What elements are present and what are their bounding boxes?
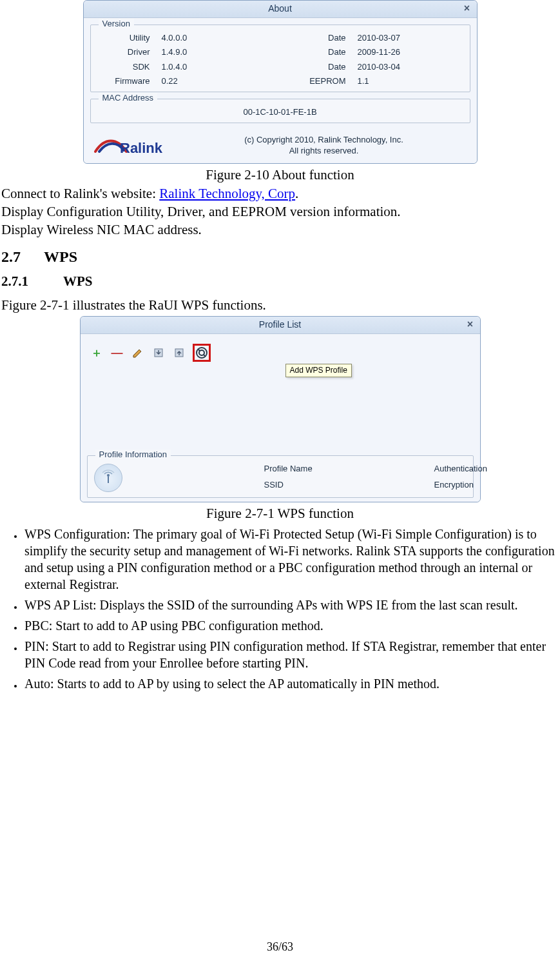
version-row: Date2009-11-26 [293, 47, 463, 57]
lead-text: Figure 2-7-1 illustrates the RaUI WPS fu… [1, 297, 559, 313]
close-icon[interactable]: × [465, 319, 476, 331]
close-icon[interactable]: × [461, 3, 473, 15]
version-group: Version Utility4.0.0.0 Date2010-03-07 Dr… [90, 25, 470, 92]
version-row: Date2010-03-04 [293, 62, 463, 72]
about-body: Version Utility4.0.0.0 Date2010-03-07 Dr… [84, 18, 477, 163]
copyright-line-2: All rights reserved. [179, 145, 469, 157]
subsection-heading: 2.7.1 WPS [1, 273, 559, 290]
wps-window: Profile List × ＋ — Add WPS Profile Profi… [80, 316, 481, 502]
intro-p1-suffix: . [295, 186, 298, 201]
value: 1.4.9.0 [162, 47, 267, 57]
profile-info-group: Profile Information Profile Name Authent… [87, 455, 474, 498]
mac-value: 00-1C-10-01-FE-1B [97, 107, 463, 117]
version-row: Firmware0.22 [97, 76, 267, 86]
list-item: WPS AP List: Displays the SSID of the su… [23, 597, 559, 613]
intro-p1-prefix: Connect to Ralink's website: [1, 186, 159, 201]
wps-body: ＋ — Add WPS Profile Profile Information … [81, 334, 480, 502]
label: SDK [97, 62, 150, 72]
section-heading: 2.7 WPS [1, 247, 559, 266]
wps-titlebar: Profile List × [81, 317, 480, 334]
toolbar: ＋ — [87, 341, 474, 365]
ralink-link[interactable]: Ralink Technology, Corp [159, 186, 295, 201]
pi-label-ssid: SSID [264, 480, 434, 492]
list-item: WPS Configuration: The primary goal of W… [23, 526, 559, 593]
svg-point-3 [107, 474, 110, 477]
wps-tooltip: Add WPS Profile [285, 364, 352, 377]
wps-icon[interactable] [193, 344, 211, 362]
label: Utility [97, 33, 150, 43]
list-item: PIN: Start to add to Registrar using PIN… [23, 638, 559, 671]
ralink-logo: Ralink [92, 132, 169, 158]
version-row: Date2010-03-07 [293, 33, 463, 43]
value: 2010-03-07 [358, 33, 463, 43]
intro-p1: Connect to Ralink's website: Ralink Tech… [1, 185, 559, 202]
label: Date [293, 33, 346, 43]
add-icon[interactable]: ＋ [90, 346, 104, 360]
version-row: EEPROM1.1 [293, 76, 463, 86]
version-row: Driver1.4.9.0 [97, 47, 267, 57]
value: 0.22 [162, 76, 267, 86]
copyright-line-1: (c) Copyright 2010, Ralink Technology, I… [179, 134, 469, 146]
about-window: About × Version Utility4.0.0.0 Date2010-… [83, 0, 478, 164]
antenna-icon [94, 464, 122, 492]
mac-group: MAC Address 00-1C-10-01-FE-1B [90, 99, 470, 123]
value: 1.0.4.0 [162, 62, 267, 72]
bullet-list: WPS Configuration: The primary goal of W… [1, 526, 559, 692]
export-icon[interactable] [172, 346, 186, 360]
profile-list-area [87, 365, 474, 455]
version-legend: Version [99, 19, 134, 29]
intro-p3: Display Wireless NIC MAC address. [1, 221, 559, 238]
label: Date [293, 47, 346, 57]
section-title: WPS [44, 247, 77, 266]
pi-label-profile-name: Profile Name [264, 464, 434, 476]
label: Firmware [97, 76, 150, 86]
pi-label-encryption: Encryption [434, 480, 467, 492]
svg-point-2 [197, 348, 207, 358]
page-number: 36/63 [0, 940, 560, 954]
figure-caption-1: Figure 2-10 About function [1, 166, 559, 183]
value: 2009-11-26 [358, 47, 463, 57]
version-row: Utility4.0.0.0 [97, 33, 267, 43]
copyright: (c) Copyright 2010, Ralink Technology, I… [179, 134, 469, 157]
intro-p2: Display Configuration Utility, Driver, a… [1, 203, 559, 220]
edit-icon[interactable] [131, 346, 145, 360]
logo-text: Ralink [120, 140, 163, 156]
profile-info-legend: Profile Information [95, 450, 171, 460]
list-item: PBC: Start to add to AP using PBC config… [23, 617, 559, 634]
value: 1.1 [358, 76, 463, 86]
wps-title: Profile List [259, 319, 301, 331]
about-titlebar: About × [84, 1, 477, 18]
label: Driver [97, 47, 150, 57]
import-icon[interactable] [151, 346, 166, 360]
intro-text: Connect to Ralink's website: Ralink Tech… [1, 185, 559, 239]
profile-info-grid: Profile Name Authentication SSID Encrypt… [94, 464, 467, 492]
value: 2010-03-04 [358, 62, 463, 72]
section-number: 2.7 [1, 247, 21, 266]
value: 4.0.0.0 [162, 33, 267, 43]
about-title: About [268, 3, 292, 15]
version-row: SDK1.0.4.0 [97, 62, 267, 72]
footer-row: Ralink (c) Copyright 2010, Ralink Techno… [90, 130, 470, 159]
remove-icon[interactable]: — [110, 346, 124, 360]
label: EEPROM [293, 76, 346, 86]
version-grid: Utility4.0.0.0 Date2010-03-07 Driver1.4.… [97, 33, 463, 86]
pi-label-auth: Authentication [434, 464, 467, 476]
subsection-title: WPS [63, 273, 93, 290]
label: Date [293, 62, 346, 72]
subsection-number: 2.7.1 [1, 273, 28, 290]
mac-legend: MAC Address [99, 93, 157, 103]
list-item: Auto: Starts to add to AP by using to se… [23, 675, 559, 692]
figure-caption-2: Figure 2-7-1 WPS function [1, 505, 559, 522]
